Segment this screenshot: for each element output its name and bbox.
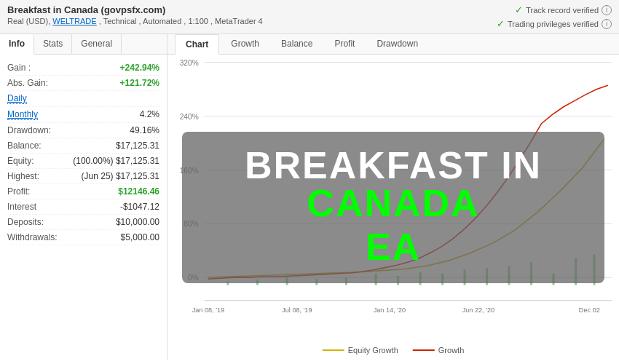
value-monthly: 4.2% — [140, 109, 159, 119]
label-abs-gain: Abs. Gain: — [7, 78, 48, 88]
tab-chart[interactable]: Chart — [175, 34, 219, 55]
value-highest: (Jun 25) $17,125.31 — [82, 171, 159, 181]
svg-text:Jan 08, '19: Jan 08, '19 — [192, 306, 224, 313]
label-drawdown: Drawdown: — [7, 125, 51, 135]
right-tabs: Chart Growth Balance Profit Drawdown — [167, 34, 619, 55]
value-drawdown: 49.16% — [130, 125, 159, 135]
check-icon-1: ✓ — [515, 4, 523, 15]
tab-info[interactable]: Info — [0, 34, 34, 55]
row-gain: Gain : +242.94% — [7, 60, 159, 76]
tab-balance[interactable]: Balance — [271, 34, 323, 54]
row-daily: Daily — [7, 91, 159, 107]
svg-text:Dec 02: Dec 02 — [579, 306, 600, 313]
label-withdrawals: Withdrawals: — [7, 232, 58, 242]
header-subtitle: Real (USD), WELTRADE , Technical , Autom… — [7, 17, 263, 25]
row-drawdown: Drawdown: 49.16% — [7, 123, 159, 138]
value-withdrawals: $5,000.00 — [121, 232, 159, 242]
left-panel: Info Stats General Gain : +242.94% Abs. … — [0, 34, 167, 360]
label-profit: Profit: — [7, 186, 30, 197]
page-header: Breakfast in Canada (govpsfx.com) Real (… — [0, 0, 619, 34]
label-deposits: Deposits: — [7, 217, 44, 227]
label-monthly[interactable]: Monthly — [7, 109, 38, 120]
tab-general[interactable]: General — [72, 34, 122, 54]
label-equity: Equity: — [7, 156, 34, 166]
value-equity: (100.00%) $17,125.31 — [73, 156, 159, 166]
overlay-banner: BREAKFAST IN CANADA EA — [182, 132, 604, 283]
info-panel: Gain : +242.94% Abs. Gain: +121.72% Dail… — [0, 55, 167, 360]
legend-growth: Growth — [413, 346, 464, 355]
label-gain: Gain : — [7, 63, 31, 73]
overlay-ea: EA — [204, 225, 583, 269]
header-right: ✓ Track record verified i ✓ Trading priv… — [497, 4, 612, 29]
row-interest: Interest -$1047.12 — [7, 199, 159, 215]
info-icon-2[interactable]: i — [602, 19, 612, 29]
value-abs-gain: +121.72% — [120, 78, 159, 88]
info-icon-1[interactable]: i — [602, 5, 612, 15]
overlay-breakfast: BREAKFAST — [245, 144, 489, 186]
row-equity: Equity: (100.00%) $17,125.31 — [7, 154, 159, 169]
check-icon-2: ✓ — [497, 18, 505, 29]
chart-area: 320% 240% 160% 80% 0% — [167, 55, 619, 360]
row-profit: Profit: $12146.46 — [7, 184, 159, 199]
row-monthly: Monthly 4.2% — [7, 107, 159, 123]
equity-growth-line-legend — [323, 349, 344, 351]
svg-text:240%: 240% — [180, 112, 199, 120]
tab-stats[interactable]: Stats — [34, 34, 72, 54]
row-highest: Highest: (Jun 25) $17,125.31 — [7, 169, 159, 184]
svg-text:Jan 14, '20: Jan 14, '20 — [374, 306, 406, 313]
main-content: Info Stats General Gain : +242.94% Abs. … — [0, 34, 619, 360]
legend-growth-label: Growth — [438, 346, 464, 355]
value-balance: $17,125.31 — [116, 141, 159, 151]
svg-text:Jul 08, '19: Jul 08, '19 — [282, 306, 312, 313]
row-abs-gain: Abs. Gain: +121.72% — [7, 76, 159, 91]
track-record-verified: ✓ Track record verified i — [515, 4, 612, 15]
broker-link[interactable]: WELTRADE — [52, 17, 96, 25]
value-deposits: $10,000.00 — [116, 217, 159, 227]
overlay-canada: CANADA — [307, 182, 479, 224]
trading-privileges-verified: ✓ Trading privileges verified i — [497, 18, 612, 29]
right-panel: Chart Growth Balance Profit Drawdown 320… — [167, 34, 619, 360]
row-withdrawals: Withdrawals: $5,000.00 — [7, 230, 159, 245]
row-deposits: Deposits: $10,000.00 — [7, 215, 159, 230]
growth-line-legend — [413, 349, 435, 351]
overlay-line1: BREAKFAST IN CANADA — [204, 146, 583, 222]
svg-text:320%: 320% — [180, 59, 199, 67]
header-left: Breakfast in Canada (govpsfx.com) Real (… — [7, 4, 263, 25]
label-daily[interactable]: Daily — [7, 93, 27, 104]
svg-text:Jun 22, '20: Jun 22, '20 — [462, 306, 494, 313]
value-interest: -$1047.12 — [120, 202, 159, 212]
page-title: Breakfast in Canada (govpsfx.com) — [7, 4, 263, 15]
value-profit: $12146.46 — [118, 186, 159, 197]
label-balance: Balance: — [7, 141, 42, 151]
left-tabs: Info Stats General — [0, 34, 167, 55]
label-highest: Highest: — [7, 171, 39, 181]
overlay-in: IN — [501, 144, 542, 186]
legend-equity-growth: Equity Growth — [323, 346, 398, 355]
legend-equity-label: Equity Growth — [348, 346, 398, 355]
tab-drawdown[interactable]: Drawdown — [366, 34, 428, 54]
value-gain: +242.94% — [120, 63, 159, 73]
tab-profit[interactable]: Profit — [324, 34, 365, 54]
tab-growth[interactable]: Growth — [221, 34, 269, 54]
row-balance: Balance: $17,125.31 — [7, 138, 159, 154]
label-interest: Interest — [7, 202, 36, 212]
chart-legend: Equity Growth Growth — [323, 346, 465, 355]
